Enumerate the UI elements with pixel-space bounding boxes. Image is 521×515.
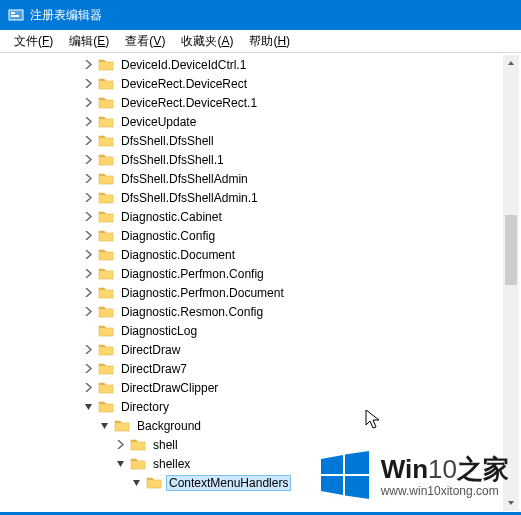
- expand-icon[interactable]: [80, 361, 96, 377]
- expand-icon[interactable]: [80, 380, 96, 396]
- menu-f[interactable]: 文件(F): [6, 31, 61, 52]
- tree-node[interactable]: DiagnosticLog: [0, 321, 521, 340]
- menu-a[interactable]: 收藏夹(A): [173, 31, 241, 52]
- expand-icon[interactable]: [80, 209, 96, 225]
- collapse-icon[interactable]: [96, 418, 112, 434]
- tree-node-label: Directory: [118, 399, 172, 415]
- expand-icon[interactable]: [80, 133, 96, 149]
- expand-icon[interactable]: [80, 171, 96, 187]
- expand-icon[interactable]: [80, 247, 96, 263]
- tree-node[interactable]: Diagnostic.Cabinet: [0, 207, 521, 226]
- regedit-icon: [8, 7, 24, 23]
- tree-node[interactable]: DfsShell.DfsShellAdmin.1: [0, 188, 521, 207]
- folder-icon: [114, 418, 130, 434]
- tree-node[interactable]: Diagnostic.Perfmon.Document: [0, 283, 521, 302]
- folder-icon: [98, 361, 114, 377]
- tree-node-label: Diagnostic.Perfmon.Config: [118, 266, 267, 282]
- collapse-icon[interactable]: [128, 475, 144, 491]
- folder-icon: [98, 247, 114, 263]
- expand-icon[interactable]: [80, 228, 96, 244]
- tree-node-label: Diagnostic.Document: [118, 247, 238, 263]
- folder-icon: [130, 437, 146, 453]
- expand-icon[interactable]: [80, 266, 96, 282]
- tree-node-label: DeviceRect.DeviceRect: [118, 76, 250, 92]
- expand-icon[interactable]: [112, 437, 128, 453]
- folder-icon: [98, 342, 114, 358]
- tree-node[interactable]: DirectDraw: [0, 340, 521, 359]
- menu-h[interactable]: 帮助(H): [241, 31, 298, 52]
- folder-icon: [98, 190, 114, 206]
- scroll-up-button[interactable]: [503, 55, 519, 71]
- expand-icon[interactable]: [80, 152, 96, 168]
- tree-node[interactable]: Diagnostic.Resmon.Config: [0, 302, 521, 321]
- expand-icon[interactable]: [80, 95, 96, 111]
- folder-icon: [98, 266, 114, 282]
- tree-view[interactable]: DeviceId.DeviceIdCtrl.1DeviceRect.Device…: [0, 53, 521, 515]
- tree-node[interactable]: DirectDraw7: [0, 359, 521, 378]
- menubar: 文件(F)编辑(E)查看(V)收藏夹(A)帮助(H): [0, 30, 521, 53]
- tree-node[interactable]: DeviceRect.DeviceRect.1: [0, 93, 521, 112]
- expand-icon[interactable]: [80, 114, 96, 130]
- folder-icon: [98, 171, 114, 187]
- scroll-thumb[interactable]: [505, 215, 517, 285]
- tree-node-label: DeviceId.DeviceIdCtrl.1: [118, 57, 249, 73]
- folder-icon: [98, 304, 114, 320]
- tree-node[interactable]: DfsShell.DfsShell: [0, 131, 521, 150]
- expand-icon[interactable]: [80, 304, 96, 320]
- windows-logo-icon: [319, 449, 371, 504]
- tree-node[interactable]: Diagnostic.Config: [0, 226, 521, 245]
- tree-node[interactable]: DfsShell.DfsShellAdmin: [0, 169, 521, 188]
- tree-node-label: Diagnostic.Cabinet: [118, 209, 225, 225]
- tree-node-label: DirectDraw: [118, 342, 183, 358]
- folder-icon: [98, 152, 114, 168]
- folder-icon: [98, 76, 114, 92]
- folder-icon: [98, 228, 114, 244]
- expand-icon[interactable]: [80, 76, 96, 92]
- tree-node[interactable]: DfsShell.DfsShell.1: [0, 150, 521, 169]
- tree-node[interactable]: Background: [0, 416, 521, 435]
- tree-node[interactable]: DeviceRect.DeviceRect: [0, 74, 521, 93]
- expand-icon[interactable]: [80, 285, 96, 301]
- tree-node-label: DirectDraw7: [118, 361, 190, 377]
- tree-node-label: DeviceRect.DeviceRect.1: [118, 95, 260, 111]
- tree-node-label: Diagnostic.Resmon.Config: [118, 304, 266, 320]
- folder-icon: [98, 285, 114, 301]
- tree-node[interactable]: DeviceUpdate: [0, 112, 521, 131]
- folder-icon: [98, 209, 114, 225]
- folder-icon: [98, 95, 114, 111]
- tree-node-label: shell: [150, 437, 181, 453]
- tree-node-label: Diagnostic.Perfmon.Document: [118, 285, 287, 301]
- folder-icon: [130, 456, 146, 472]
- folder-icon: [98, 380, 114, 396]
- watermark-title: Win10之家: [381, 456, 509, 482]
- tree-node[interactable]: Diagnostic.Document: [0, 245, 521, 264]
- folder-icon: [98, 323, 114, 339]
- folder-icon: [98, 114, 114, 130]
- tree-node[interactable]: Directory: [0, 397, 521, 416]
- watermark: Win10之家 www.win10xitong.com: [319, 449, 509, 504]
- collapse-icon[interactable]: [112, 456, 128, 472]
- titlebar: 注册表编辑器: [0, 0, 521, 30]
- tree-node-label: DfsShell.DfsShell: [118, 133, 217, 149]
- tree-node-label: Background: [134, 418, 204, 434]
- collapse-icon[interactable]: [80, 399, 96, 415]
- tree-node[interactable]: Diagnostic.Perfmon.Config: [0, 264, 521, 283]
- tree-node-label: DirectDrawClipper: [118, 380, 221, 396]
- expand-icon[interactable]: [80, 190, 96, 206]
- client-area: DeviceId.DeviceIdCtrl.1DeviceRect.Device…: [0, 53, 521, 515]
- tree-node-label: DiagnosticLog: [118, 323, 200, 339]
- tree-node[interactable]: DeviceId.DeviceIdCtrl.1: [0, 55, 521, 74]
- tree-node-label: DfsShell.DfsShellAdmin.1: [118, 190, 261, 206]
- svg-rect-1: [11, 12, 15, 14]
- menu-v[interactable]: 查看(V): [117, 31, 173, 52]
- tree-node[interactable]: DirectDrawClipper: [0, 378, 521, 397]
- watermark-url: www.win10xitong.com: [381, 484, 499, 498]
- folder-icon: [98, 133, 114, 149]
- menu-e[interactable]: 编辑(E): [61, 31, 117, 52]
- vertical-scrollbar[interactable]: [503, 55, 519, 511]
- tree-node-label: DeviceUpdate: [118, 114, 199, 130]
- tree-node-label: shellex: [150, 456, 193, 472]
- no-expand-icon: [80, 323, 96, 339]
- expand-icon[interactable]: [80, 342, 96, 358]
- expand-icon[interactable]: [80, 57, 96, 73]
